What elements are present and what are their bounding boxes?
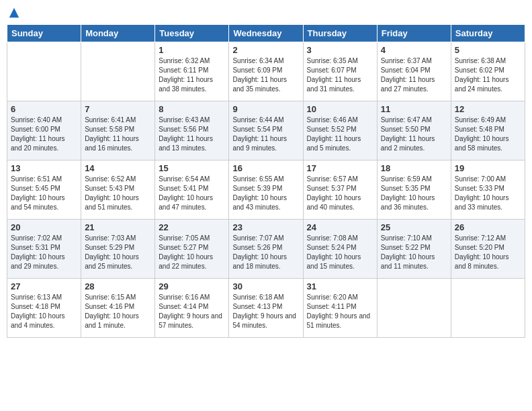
day-info: Sunrise: 6:13 AMSunset: 4:18 PMDaylight:… xyxy=(11,293,77,330)
calendar-cell: 21Sunrise: 7:03 AMSunset: 5:29 PMDayligh… xyxy=(81,220,155,279)
day-number: 1 xyxy=(159,45,225,55)
calendar-cell: 20Sunrise: 7:02 AMSunset: 5:31 PMDayligh… xyxy=(7,220,81,279)
day-number: 26 xyxy=(455,222,521,232)
day-number: 27 xyxy=(11,281,77,291)
header-day: Sunday xyxy=(7,25,81,42)
day-number: 29 xyxy=(159,281,225,291)
day-number: 17 xyxy=(307,163,373,173)
day-info: Sunrise: 6:49 AMSunset: 5:48 PMDaylight:… xyxy=(455,116,521,153)
calendar-cell: 26Sunrise: 7:12 AMSunset: 5:20 PMDayligh… xyxy=(451,220,525,279)
day-number: 6 xyxy=(11,104,77,114)
calendar-cell: 17Sunrise: 6:57 AMSunset: 5:37 PMDayligh… xyxy=(303,161,377,220)
calendar-cell xyxy=(7,42,81,101)
day-number: 25 xyxy=(381,222,447,232)
calendar-cell: 1Sunrise: 6:32 AMSunset: 6:11 PMDaylight… xyxy=(155,42,229,101)
logo-icon xyxy=(8,7,20,19)
day-info: Sunrise: 6:43 AMSunset: 5:56 PMDaylight:… xyxy=(159,116,225,153)
day-info: Sunrise: 6:44 AMSunset: 5:54 PMDaylight:… xyxy=(232,116,299,153)
calendar-cell xyxy=(451,279,525,338)
day-number: 10 xyxy=(307,104,373,114)
svg-marker-0 xyxy=(9,8,19,17)
day-info: Sunrise: 6:15 AMSunset: 4:16 PMDaylight:… xyxy=(85,293,151,330)
day-number: 13 xyxy=(11,163,77,173)
day-info: Sunrise: 6:37 AMSunset: 6:04 PMDaylight:… xyxy=(381,56,447,94)
day-number: 5 xyxy=(455,45,521,55)
day-info: Sunrise: 6:52 AMSunset: 5:43 PMDaylight:… xyxy=(85,175,151,212)
day-info: Sunrise: 6:20 AMSunset: 4:11 PMDaylight:… xyxy=(307,293,373,330)
calendar-cell xyxy=(377,279,451,338)
calendar-cell: 30Sunrise: 6:18 AMSunset: 4:13 PMDayligh… xyxy=(229,279,303,338)
calendar-cell: 6Sunrise: 6:40 AMSunset: 6:00 PMDaylight… xyxy=(7,101,81,161)
calendar-cell: 10Sunrise: 6:46 AMSunset: 5:52 PMDayligh… xyxy=(303,101,377,161)
calendar-cell: 9Sunrise: 6:44 AMSunset: 5:54 PMDaylight… xyxy=(229,101,303,161)
calendar-cell: 12Sunrise: 6:49 AMSunset: 5:48 PMDayligh… xyxy=(451,101,525,161)
day-number: 11 xyxy=(381,104,447,114)
calendar-cell: 7Sunrise: 6:41 AMSunset: 5:58 PMDaylight… xyxy=(81,101,155,161)
header-day: Friday xyxy=(377,25,451,42)
day-info: Sunrise: 6:47 AMSunset: 5:50 PMDaylight:… xyxy=(381,116,447,153)
day-number: 7 xyxy=(85,104,151,114)
logo xyxy=(7,7,20,19)
day-info: Sunrise: 7:12 AMSunset: 5:20 PMDaylight:… xyxy=(455,234,521,271)
day-number: 12 xyxy=(455,104,521,114)
calendar-week-row: 13Sunrise: 6:51 AMSunset: 5:45 PMDayligh… xyxy=(7,161,525,220)
day-info: Sunrise: 7:07 AMSunset: 5:26 PMDaylight:… xyxy=(232,234,299,271)
calendar-cell: 2Sunrise: 6:34 AMSunset: 6:09 PMDaylight… xyxy=(229,42,303,101)
header-day: Saturday xyxy=(451,25,525,42)
calendar-cell: 19Sunrise: 7:00 AMSunset: 5:33 PMDayligh… xyxy=(451,161,525,220)
day-number: 14 xyxy=(85,163,151,173)
day-info: Sunrise: 6:40 AMSunset: 6:00 PMDaylight:… xyxy=(11,116,77,153)
day-number: 30 xyxy=(232,281,299,291)
day-info: Sunrise: 6:18 AMSunset: 4:13 PMDaylight:… xyxy=(232,293,299,330)
calendar-cell: 31Sunrise: 6:20 AMSunset: 4:11 PMDayligh… xyxy=(303,279,377,338)
day-info: Sunrise: 6:34 AMSunset: 6:09 PMDaylight:… xyxy=(232,56,299,94)
day-number: 20 xyxy=(11,222,77,232)
day-number: 23 xyxy=(232,222,299,232)
day-info: Sunrise: 6:16 AMSunset: 4:14 PMDaylight:… xyxy=(159,293,225,330)
day-info: Sunrise: 6:54 AMSunset: 5:41 PMDaylight:… xyxy=(159,175,225,212)
day-info: Sunrise: 6:51 AMSunset: 5:45 PMDaylight:… xyxy=(11,175,77,212)
calendar-cell: 18Sunrise: 6:59 AMSunset: 5:35 PMDayligh… xyxy=(377,161,451,220)
day-number: 28 xyxy=(85,281,151,291)
calendar-cell: 11Sunrise: 6:47 AMSunset: 5:50 PMDayligh… xyxy=(377,101,451,161)
day-number: 19 xyxy=(455,163,521,173)
day-info: Sunrise: 7:02 AMSunset: 5:31 PMDaylight:… xyxy=(11,234,77,271)
day-number: 3 xyxy=(307,45,373,55)
day-info: Sunrise: 6:55 AMSunset: 5:39 PMDaylight:… xyxy=(232,175,299,212)
day-number: 4 xyxy=(381,45,447,55)
calendar-cell: 5Sunrise: 6:38 AMSunset: 6:02 PMDaylight… xyxy=(451,42,525,101)
calendar-cell: 13Sunrise: 6:51 AMSunset: 5:45 PMDayligh… xyxy=(7,161,81,220)
day-number: 22 xyxy=(159,222,225,232)
calendar-cell: 25Sunrise: 7:10 AMSunset: 5:22 PMDayligh… xyxy=(377,220,451,279)
calendar-cell: 3Sunrise: 6:35 AMSunset: 6:07 PMDaylight… xyxy=(303,42,377,101)
day-info: Sunrise: 6:41 AMSunset: 5:58 PMDaylight:… xyxy=(85,116,151,153)
calendar-table: SundayMondayTuesdayWednesdayThursdayFrid… xyxy=(7,24,525,338)
calendar-cell: 24Sunrise: 7:08 AMSunset: 5:24 PMDayligh… xyxy=(303,220,377,279)
day-number: 31 xyxy=(307,281,373,291)
calendar-cell: 28Sunrise: 6:15 AMSunset: 4:16 PMDayligh… xyxy=(81,279,155,338)
day-info: Sunrise: 6:59 AMSunset: 5:35 PMDaylight:… xyxy=(381,175,447,212)
day-number: 21 xyxy=(85,222,151,232)
calendar-cell: 14Sunrise: 6:52 AMSunset: 5:43 PMDayligh… xyxy=(81,161,155,220)
header-day: Tuesday xyxy=(155,25,229,42)
day-number: 8 xyxy=(159,104,225,114)
calendar-week-row: 27Sunrise: 6:13 AMSunset: 4:18 PMDayligh… xyxy=(7,279,525,338)
calendar-cell: 29Sunrise: 6:16 AMSunset: 4:14 PMDayligh… xyxy=(155,279,229,338)
day-info: Sunrise: 6:38 AMSunset: 6:02 PMDaylight:… xyxy=(455,56,521,94)
day-info: Sunrise: 6:57 AMSunset: 5:37 PMDaylight:… xyxy=(307,175,373,212)
calendar-cell xyxy=(81,42,155,101)
day-info: Sunrise: 7:00 AMSunset: 5:33 PMDaylight:… xyxy=(455,175,521,212)
day-info: Sunrise: 6:46 AMSunset: 5:52 PMDaylight:… xyxy=(307,116,373,153)
day-info: Sunrise: 6:32 AMSunset: 6:11 PMDaylight:… xyxy=(159,56,225,94)
calendar-week-row: 20Sunrise: 7:02 AMSunset: 5:31 PMDayligh… xyxy=(7,220,525,279)
calendar-cell: 4Sunrise: 6:37 AMSunset: 6:04 PMDaylight… xyxy=(377,42,451,101)
day-info: Sunrise: 6:35 AMSunset: 6:07 PMDaylight:… xyxy=(307,56,373,94)
day-number: 18 xyxy=(381,163,447,173)
calendar-cell: 8Sunrise: 6:43 AMSunset: 5:56 PMDaylight… xyxy=(155,101,229,161)
day-number: 24 xyxy=(307,222,373,232)
day-number: 2 xyxy=(232,45,299,55)
header-day: Monday xyxy=(81,25,155,42)
calendar-cell: 23Sunrise: 7:07 AMSunset: 5:26 PMDayligh… xyxy=(229,220,303,279)
day-number: 9 xyxy=(232,104,299,114)
day-info: Sunrise: 7:08 AMSunset: 5:24 PMDaylight:… xyxy=(307,234,373,271)
